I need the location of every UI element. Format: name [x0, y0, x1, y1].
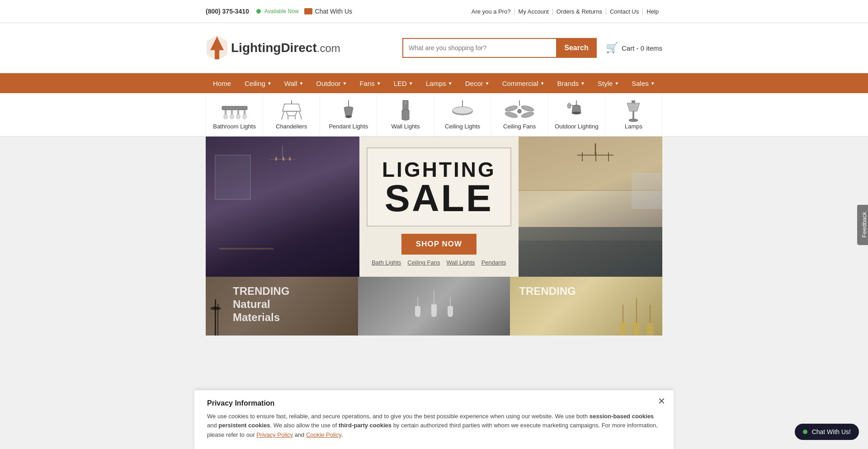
- svg-rect-39: [632, 100, 635, 103]
- orders-link[interactable]: Orders & Returns: [553, 8, 606, 15]
- lamps-icon: [617, 99, 650, 123]
- chat-widget-dot: [803, 430, 807, 434]
- shop-now-button[interactable]: SHOP NOW: [401, 234, 476, 255]
- ceiling-fans-icon: [503, 99, 536, 123]
- cookie-policy-link[interactable]: Cookie Policy: [306, 431, 341, 438]
- trending-right-text: TRENDING: [519, 285, 576, 298]
- cat-fans-label: Ceiling Fans: [503, 123, 536, 130]
- cat-pendant[interactable]: Pendant Lights: [320, 93, 377, 136]
- privacy-title: Privacy Information: [207, 399, 661, 407]
- chat-with-us[interactable]: Chat With Us: [315, 8, 352, 15]
- svg-point-2: [215, 40, 219, 45]
- hero-center: LIGHTING SALE SHOP NOW Bath Lights Ceili…: [359, 137, 519, 277]
- logo-text: LightingDirect.com: [231, 41, 340, 55]
- cat-chandeliers-label: Chandeliers: [276, 123, 307, 130]
- cart-label: Cart - 0 items: [622, 44, 662, 52]
- cat-ceiling-label: Ceiling Lights: [445, 123, 480, 130]
- svg-point-23: [345, 115, 352, 118]
- sale-sale-text: SALE: [382, 181, 496, 216]
- contact-link[interactable]: Contact Us: [606, 8, 643, 15]
- nav-commercial[interactable]: Commercial ▼: [496, 73, 551, 93]
- nav-lamps[interactable]: Lamps ▼: [420, 73, 459, 93]
- chat-widget-label: Chat With Us!: [812, 428, 851, 435]
- cart-icon: 🛒: [606, 42, 618, 54]
- svg-point-11: [236, 114, 240, 119]
- cat-ceiling[interactable]: Ceiling Lights: [434, 93, 491, 136]
- search-button[interactable]: Search: [556, 38, 597, 58]
- available-dot: [256, 9, 261, 14]
- cat-lamps-label: Lamps: [625, 123, 642, 130]
- logo[interactable]: LightingDirect.com: [206, 34, 340, 61]
- nav-decor[interactable]: Decor ▼: [459, 73, 496, 93]
- svg-point-9: [224, 114, 227, 119]
- svg-line-21: [301, 116, 302, 119]
- chat-widget[interactable]: Chat With Us!: [795, 424, 859, 440]
- hero-left-photo: [206, 137, 359, 277]
- trending-natural-text: TRENDING Natural Materials: [233, 285, 289, 324]
- feedback-tab[interactable]: Feedback: [857, 204, 868, 245]
- hero-link-fans[interactable]: Ceiling Fans: [407, 259, 440, 266]
- nav-home[interactable]: Home: [206, 73, 238, 93]
- svg-point-10: [230, 114, 234, 119]
- privacy-text: We use cookies to ensure fast, reliable,…: [207, 412, 661, 440]
- trending-center[interactable]: [358, 277, 510, 336]
- cat-wall[interactable]: Wall Lights: [377, 93, 434, 136]
- nav-fans[interactable]: Fans ▼: [353, 73, 387, 93]
- svg-line-17: [299, 111, 301, 116]
- hero-link-bath[interactable]: Bath Lights: [372, 259, 401, 266]
- bathroom-lights-icon: [218, 99, 251, 123]
- cat-outdoor[interactable]: Outdoor Lighting: [548, 93, 605, 136]
- hero-links: Bath Lights Ceiling Fans Wall Lights Pen…: [372, 259, 506, 266]
- phone-number: (800) 375-3410: [206, 8, 249, 15]
- svg-line-20: [282, 116, 283, 119]
- search-input[interactable]: [402, 38, 556, 58]
- cat-fans[interactable]: Ceiling Fans: [491, 93, 548, 136]
- nav-style[interactable]: Style ▼: [591, 73, 625, 93]
- svg-point-36: [572, 112, 581, 114]
- cat-bathroom-label: Bathroom Lights: [213, 123, 256, 130]
- wall-lights-icon: [389, 99, 422, 123]
- nav-wall[interactable]: Wall ▼: [278, 73, 310, 93]
- nav-brands[interactable]: Brands ▼: [551, 73, 591, 93]
- account-link[interactable]: My Account: [515, 8, 553, 15]
- svg-rect-4: [222, 106, 247, 110]
- available-indicator: Available Now: [256, 8, 299, 14]
- pendant-lights-icon: [332, 99, 365, 123]
- trending-natural[interactable]: TRENDING Natural Materials: [206, 277, 358, 336]
- svg-point-29: [517, 109, 522, 113]
- cat-outdoor-label: Outdoor Lighting: [555, 123, 598, 130]
- privacy-banner: ✕ Privacy Information We use cookies to …: [194, 390, 674, 449]
- cat-lamps[interactable]: Lamps: [605, 93, 662, 136]
- svg-marker-15: [286, 111, 297, 116]
- svg-point-12: [243, 114, 246, 119]
- svg-point-33: [521, 111, 534, 119]
- pro-link[interactable]: Are you a Pro?: [468, 8, 515, 15]
- nav-outdoor[interactable]: Outdoor ▼: [310, 73, 353, 93]
- svg-point-38: [567, 103, 571, 109]
- nav-led[interactable]: LED ▼: [387, 73, 420, 93]
- svg-point-30: [505, 105, 518, 113]
- outdoor-lighting-icon: [560, 99, 593, 123]
- privacy-close-button[interactable]: ✕: [658, 397, 665, 406]
- nav-ceiling[interactable]: Ceiling ▼: [238, 73, 278, 93]
- hero-link-wall[interactable]: Wall Lights: [447, 259, 475, 266]
- available-text: Available Now: [264, 8, 299, 14]
- svg-point-32: [505, 111, 518, 119]
- nav-sales[interactable]: Sales ▼: [625, 73, 661, 93]
- svg-rect-40: [632, 111, 634, 119]
- svg-marker-14: [283, 104, 301, 111]
- cart-link[interactable]: 🛒 Cart - 0 items: [606, 42, 662, 54]
- privacy-policy-link[interactable]: Privacy Policy: [256, 431, 293, 438]
- sale-box: LIGHTING SALE: [367, 147, 511, 226]
- svg-point-27: [453, 107, 472, 114]
- logo-icon: [206, 34, 228, 61]
- help-link[interactable]: Help: [643, 8, 662, 15]
- hero-link-pendants[interactable]: Pendants: [481, 259, 506, 266]
- cat-wall-label: Wall Lights: [391, 123, 420, 130]
- cat-bathroom[interactable]: Bathroom Lights: [206, 93, 263, 136]
- svg-point-31: [521, 105, 534, 113]
- trending-right[interactable]: TRENDING: [510, 277, 662, 336]
- svg-line-16: [283, 111, 284, 116]
- chandeliers-icon: [275, 99, 308, 123]
- cat-chandeliers[interactable]: Chandeliers: [263, 93, 320, 136]
